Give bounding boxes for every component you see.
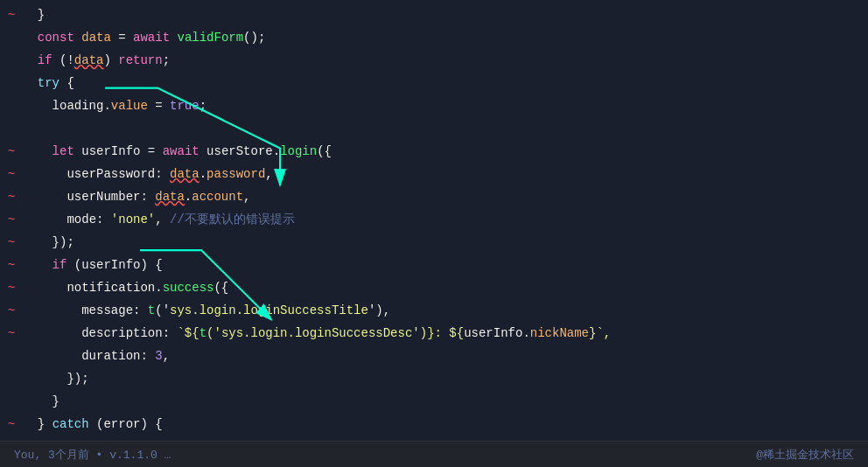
line-gutter: ~ (0, 8, 23, 22)
line-code: if (!data) return; (23, 49, 868, 72)
code-line: const data = await validForm(); (0, 26, 868, 49)
line-code: }); (23, 231, 868, 254)
code-line: ~ }); (0, 231, 868, 254)
code-line: if (!data) return; (0, 49, 868, 72)
code-editor: ~ } const data = await validForm(); if (… (0, 0, 868, 467)
line-gutter: ~ (0, 190, 23, 204)
line-code: }); (23, 367, 868, 390)
line-code: } (23, 3, 868, 26)
code-line: }); (0, 367, 868, 390)
code-lines: ~ } const data = await validForm(); if (… (0, 0, 868, 439)
code-line: ~ let userInfo = await userStore.login({ (0, 140, 868, 163)
code-line: ~ } catch (error) { (0, 413, 868, 436)
line-gutter: ~ (0, 144, 23, 158)
code-line: ~ userPassword: data.password, (0, 163, 868, 185)
line-code: userNumber: data.account, (23, 185, 868, 208)
line-code: } catch (error) { (23, 413, 868, 436)
status-bar: You, 3个月前 • v.1.1.0 … @稀土掘金技术社区 (0, 441, 868, 467)
line-code: try { (23, 72, 868, 94)
code-line: ~ notification.success({ (0, 276, 868, 299)
line-code: message: t('sys.login.loginSuccessTitle'… (23, 299, 868, 322)
line-gutter: ~ (0, 326, 23, 340)
line-code: description: `${t('sys.login.loginSucces… (23, 322, 868, 345)
line-gutter: ~ (0, 167, 23, 181)
line-gutter: ~ (0, 303, 23, 317)
status-left: You, 3个月前 • v.1.1.0 … (14, 447, 171, 463)
line-code: loading.value = true; (23, 94, 868, 117)
line-code: mode: 'none', //不要默认的错误提示 (23, 208, 868, 231)
line-gutter: ~ (0, 258, 23, 272)
code-line: ~ message: t('sys.login.loginSuccessTitl… (0, 299, 868, 322)
code-line (0, 117, 868, 140)
line-code: let userInfo = await userStore.login({ (23, 140, 868, 163)
code-line: ~ mode: 'none', //不要默认的错误提示 (0, 208, 868, 231)
code-line: ~ if (userInfo) { (0, 254, 868, 276)
line-code: userPassword: data.password, (23, 163, 868, 185)
code-line: duration: 3, (0, 345, 868, 367)
line-gutter: ~ (0, 235, 23, 249)
line-code: } (23, 390, 868, 413)
line-gutter: ~ (0, 281, 23, 295)
code-line: ~ } (0, 3, 868, 26)
line-gutter: ~ (0, 213, 23, 227)
code-line: ~ description: `${t('sys.login.loginSucc… (0, 322, 868, 345)
status-right: @稀土掘金技术社区 (756, 447, 854, 463)
line-code: notification.success({ (23, 276, 868, 299)
line-code: const data = await validForm(); (23, 26, 868, 49)
code-line: loading.value = true; (0, 94, 868, 117)
line-code: if (userInfo) { (23, 254, 868, 276)
code-line: } (0, 390, 868, 413)
line-code: duration: 3, (23, 345, 868, 367)
line-gutter: ~ (0, 417, 23, 431)
code-line: ~ userNumber: data.account, (0, 185, 868, 208)
code-line: try { (0, 72, 868, 94)
